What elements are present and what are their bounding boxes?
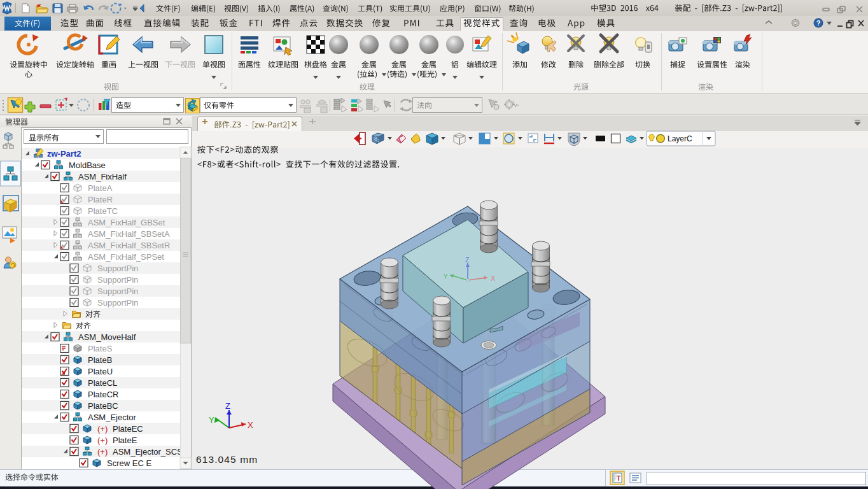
svg-text:X: X bbox=[248, 420, 253, 430]
svg-text:Y: Y bbox=[209, 415, 214, 425]
svg-text:X: X bbox=[491, 274, 495, 282]
svg-text:Z: Z bbox=[225, 401, 230, 411]
svg-text:Z: Z bbox=[465, 256, 470, 264]
svg-text:Y: Y bbox=[444, 273, 448, 280]
svg-text:T: T bbox=[617, 474, 621, 482]
svg-text:?: ? bbox=[816, 19, 821, 27]
